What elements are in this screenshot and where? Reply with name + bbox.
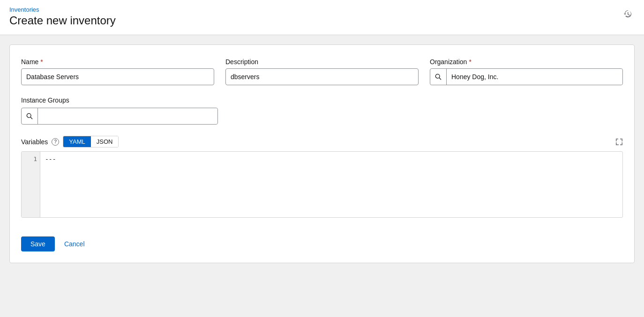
variables-label-group: Variables ? YAML JSON: [21, 136, 119, 147]
instance-groups-section: Instance Groups: [21, 96, 623, 125]
expand-variables-button[interactable]: [615, 138, 623, 146]
main-content: Name * Description Organization *: [0, 35, 644, 273]
line-numbers: 1: [22, 152, 40, 217]
svg-line-3: [30, 117, 32, 119]
organization-label: Organization *: [430, 58, 623, 66]
name-label: Name *: [21, 58, 214, 66]
form-card: Name * Description Organization *: [9, 44, 635, 263]
name-group: Name *: [21, 58, 214, 85]
code-content[interactable]: ---: [40, 152, 622, 217]
description-label: Description: [225, 58, 419, 66]
organization-group: Organization *: [430, 58, 623, 85]
description-input[interactable]: [225, 68, 419, 85]
variables-help-icon[interactable]: ?: [52, 138, 59, 146]
history-icon: [623, 9, 633, 19]
instance-groups-label: Instance Groups: [21, 96, 623, 104]
organization-input[interactable]: [447, 69, 622, 85]
code-editor: 1 ---: [21, 151, 623, 218]
variables-header: Variables ? YAML JSON: [21, 136, 623, 147]
form-actions: Save Cancel: [21, 233, 623, 251]
org-required-star: *: [469, 58, 471, 66]
variables-label: Variables: [21, 138, 48, 146]
search-icon: [26, 113, 33, 119]
svg-line-1: [439, 78, 441, 80]
variables-toggle-group: YAML JSON: [63, 136, 119, 147]
expand-icon: [615, 138, 623, 146]
instance-groups-search-button[interactable]: [22, 108, 38, 124]
instance-groups-input[interactable]: [38, 108, 217, 124]
instance-groups-input-wrapper: [21, 108, 218, 125]
breadcrumb-link[interactable]: Inventories: [9, 6, 39, 13]
name-input[interactable]: [21, 68, 214, 85]
form-row-1: Name * Description Organization *: [21, 58, 623, 85]
page-header: Inventories Create new inventory: [0, 0, 644, 35]
json-toggle-button[interactable]: JSON: [91, 136, 119, 147]
name-required-star: *: [40, 58, 43, 66]
variables-section: Variables ? YAML JSON 1 ---: [21, 136, 623, 218]
line-number: 1: [24, 155, 37, 162]
yaml-toggle-button[interactable]: YAML: [63, 136, 90, 147]
page-title: Create new inventory: [9, 14, 635, 27]
organization-search-button[interactable]: [430, 69, 447, 85]
save-button[interactable]: Save: [21, 236, 55, 251]
description-group: Description: [225, 58, 419, 85]
organization-input-wrapper: [430, 68, 623, 85]
cancel-button[interactable]: Cancel: [62, 236, 87, 251]
history-icon-button[interactable]: [622, 7, 635, 21]
search-icon: [435, 74, 442, 80]
